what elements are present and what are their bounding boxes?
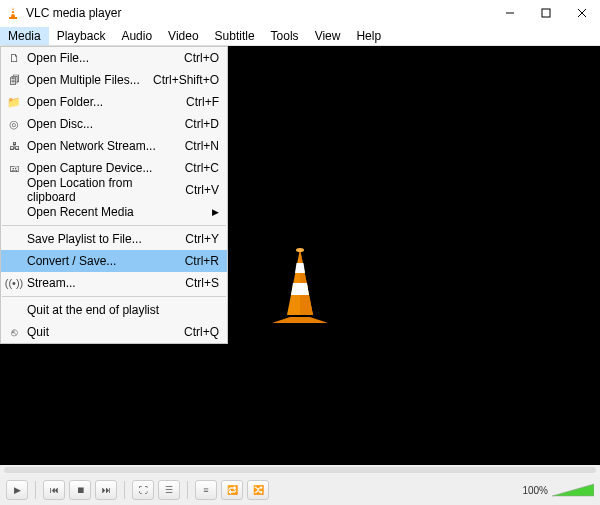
close-button[interactable] [564, 0, 600, 26]
menu-item-quit[interactable]: ⎋QuitCtrl+Q [1, 321, 227, 343]
volume-control: 100% [522, 482, 594, 498]
menu-video[interactable]: Video [160, 27, 206, 45]
svg-marker-13 [291, 283, 309, 295]
menu-item-shortcut: Ctrl+S [185, 276, 219, 290]
svg-line-7 [578, 9, 586, 17]
menu-item-shortcut: Ctrl+D [185, 117, 219, 131]
menu-item-save-playlist-to-file[interactable]: Save Playlist to File...Ctrl+Y [1, 228, 227, 250]
files-icon: 🗐 [5, 72, 23, 88]
menu-view[interactable]: View [307, 27, 349, 45]
menu-item-shortcut: Ctrl+V [185, 183, 219, 197]
menu-item-label: Open File... [27, 51, 174, 65]
network-icon: 🖧 [5, 138, 23, 154]
folder-icon: 📁 [5, 94, 23, 110]
svg-marker-0 [11, 7, 15, 17]
fullscreen-button[interactable]: ⛶ [132, 480, 154, 500]
menu-item-shortcut: Ctrl+Y [185, 232, 219, 246]
menu-item-label: Open Capture Device... [27, 161, 175, 175]
menu-item-open-multiple-files[interactable]: 🗐Open Multiple Files...Ctrl+Shift+O [1, 69, 227, 91]
svg-rect-3 [11, 13, 15, 14]
menu-audio[interactable]: Audio [113, 27, 160, 45]
play-button[interactable]: ▶ [6, 480, 28, 500]
menu-item-label: Stream... [27, 276, 175, 290]
separator [187, 481, 188, 499]
blank-icon [5, 302, 23, 318]
playback-controls: ▶ ⏮ ⏹ ⏭ ⛶ ☰ ≡ 🔁 🔀 100% [0, 475, 600, 505]
svg-rect-1 [9, 17, 17, 19]
svg-marker-12 [295, 263, 305, 273]
titlebar: VLC media player [0, 0, 600, 26]
volume-slider[interactable] [552, 482, 594, 498]
menu-item-label: Open Network Stream... [27, 139, 175, 153]
stop-button[interactable]: ⏹ [69, 480, 91, 500]
menu-separator [2, 225, 226, 226]
menu-item-shortcut: Ctrl+F [186, 95, 219, 109]
svg-rect-2 [12, 10, 15, 11]
svg-line-6 [578, 9, 586, 17]
menu-subtitle[interactable]: Subtitle [207, 27, 263, 45]
menu-item-open-file[interactable]: 🗋Open File...Ctrl+O [1, 47, 227, 69]
menu-separator [2, 296, 226, 297]
menu-item-label: Open Folder... [27, 95, 176, 109]
disc-icon: ◎ [5, 116, 23, 132]
prev-button[interactable]: ⏮ [43, 480, 65, 500]
media-menu-dropdown: 🗋Open File...Ctrl+O🗐Open Multiple Files.… [0, 46, 228, 344]
menu-item-shortcut: Ctrl+N [185, 139, 219, 153]
stream-icon: ((•)) [5, 275, 23, 291]
menu-item-open-recent-media[interactable]: Open Recent Media▶ [1, 201, 227, 223]
menu-item-shortcut: Ctrl+O [184, 51, 219, 65]
menu-item-label: Convert / Save... [27, 254, 175, 268]
window-title: VLC media player [26, 6, 121, 20]
menu-item-label: Open Recent Media [27, 205, 202, 219]
menu-tools[interactable]: Tools [263, 27, 307, 45]
loop-button[interactable]: 🔁 [221, 480, 243, 500]
submenu-arrow-icon: ▶ [212, 207, 219, 217]
shuffle-button[interactable]: 🔀 [247, 480, 269, 500]
extended-settings-button[interactable]: ☰ [158, 480, 180, 500]
menu-item-open-disc[interactable]: ◎Open Disc...Ctrl+D [1, 113, 227, 135]
seek-slider[interactable] [4, 467, 596, 473]
menu-item-shortcut: Ctrl+C [185, 161, 219, 175]
minimize-button[interactable] [492, 0, 528, 26]
menu-help[interactable]: Help [348, 27, 389, 45]
menu-item-label: Open Multiple Files... [27, 73, 143, 87]
maximize-button[interactable] [528, 0, 564, 26]
blank-icon [5, 231, 23, 247]
menu-item-shortcut: Ctrl+Q [184, 325, 219, 339]
menu-item-label: Save Playlist to File... [27, 232, 175, 246]
next-button[interactable]: ⏭ [95, 480, 117, 500]
menu-item-open-network-stream[interactable]: 🖧Open Network Stream...Ctrl+N [1, 135, 227, 157]
menu-item-open-folder[interactable]: 📁Open Folder...Ctrl+F [1, 91, 227, 113]
menu-item-shortcut: Ctrl+Shift+O [153, 73, 219, 87]
file-icon: 🗋 [5, 50, 23, 66]
menu-item-convert-save[interactable]: Convert / Save...Ctrl+R [1, 250, 227, 272]
menu-item-label: Open Location from clipboard [27, 176, 175, 204]
svg-marker-11 [300, 249, 313, 315]
menu-item-shortcut: Ctrl+R [185, 254, 219, 268]
playlist-button[interactable]: ≡ [195, 480, 217, 500]
blank-icon [5, 182, 23, 198]
vlc-cone-logo [265, 245, 335, 327]
separator [124, 481, 125, 499]
menu-playback[interactable]: Playback [49, 27, 114, 45]
menu-item-open-location-from-clipboard[interactable]: Open Location from clipboardCtrl+V [1, 179, 227, 201]
volume-label: 100% [522, 485, 548, 496]
svg-point-14 [296, 248, 304, 252]
blank-icon [5, 253, 23, 269]
menu-item-quit-at-the-end-of-playlist[interactable]: Quit at the end of playlist [1, 299, 227, 321]
svg-rect-5 [542, 9, 550, 17]
blank-icon [5, 204, 23, 220]
menu-item-label: Open Disc... [27, 117, 175, 131]
menubar: MediaPlaybackAudioVideoSubtitleToolsView… [0, 26, 600, 46]
menu-item-label: Quit [27, 325, 174, 339]
capture-icon: 🖭 [5, 160, 23, 176]
window-controls [492, 0, 600, 26]
menu-item-label: Quit at the end of playlist [27, 303, 219, 317]
quit-icon: ⎋ [5, 324, 23, 340]
menu-item-stream[interactable]: ((•))Stream...Ctrl+S [1, 272, 227, 294]
separator [35, 481, 36, 499]
menu-media[interactable]: Media [0, 27, 49, 45]
vlc-cone-icon [6, 6, 20, 20]
